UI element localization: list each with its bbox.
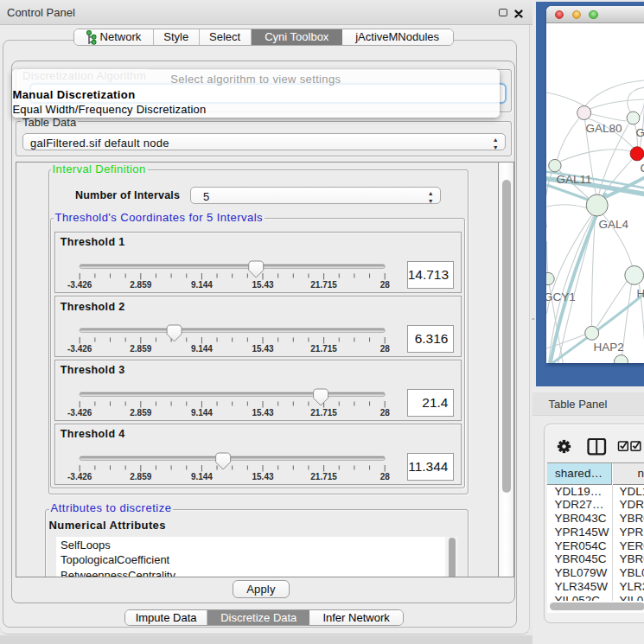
svg-text:15.43: 15.43 xyxy=(252,344,273,354)
svg-text:-3.426: -3.426 xyxy=(67,471,92,481)
svg-text:GCY1: GCY1 xyxy=(546,290,576,303)
svg-text:9.144: 9.144 xyxy=(191,279,213,289)
svg-text:15.43: 15.43 xyxy=(252,471,273,481)
svg-text:HI: HI xyxy=(636,287,644,300)
svg-text:-3.426: -3.426 xyxy=(67,344,92,354)
svg-text:21.715: 21.715 xyxy=(310,471,337,481)
svg-text:2.859: 2.859 xyxy=(130,471,151,481)
svg-text:21.715: 21.715 xyxy=(310,279,337,289)
svg-text:2.859: 2.859 xyxy=(130,279,151,289)
svg-text:GAL: GAL xyxy=(635,126,644,139)
svg-text:15.43: 15.43 xyxy=(252,279,273,289)
svg-text:2.859: 2.859 xyxy=(130,407,151,417)
svg-text:CC: CC xyxy=(640,162,644,175)
svg-text:15.43: 15.43 xyxy=(252,407,273,417)
svg-text:-3.426: -3.426 xyxy=(67,279,92,289)
svg-text:9.144: 9.144 xyxy=(191,344,213,354)
svg-text:28: 28 xyxy=(379,471,390,481)
svg-text:-3.426: -3.426 xyxy=(67,407,92,417)
svg-text:21.715: 21.715 xyxy=(310,344,337,354)
svg-text:HAP2: HAP2 xyxy=(593,341,623,354)
svg-text:28: 28 xyxy=(379,344,390,354)
svg-text:GAL80: GAL80 xyxy=(585,121,622,134)
svg-text:GAL11: GAL11 xyxy=(556,173,591,186)
svg-text:28: 28 xyxy=(379,279,390,289)
svg-text:2.859: 2.859 xyxy=(130,344,151,354)
svg-text:21.715: 21.715 xyxy=(310,407,337,417)
svg-text:9.144: 9.144 xyxy=(191,471,213,481)
svg-text:9.144: 9.144 xyxy=(191,407,213,417)
svg-text:GAL4: GAL4 xyxy=(598,218,628,231)
svg-text:28: 28 xyxy=(379,407,390,417)
